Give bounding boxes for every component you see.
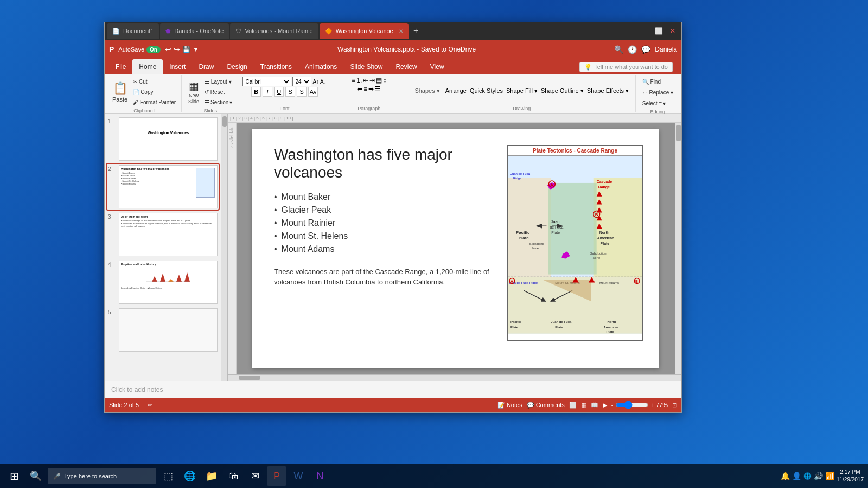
- arrange-button[interactable]: Arrange: [445, 87, 467, 94]
- canvas-scrollbar-bottom[interactable]: [228, 374, 681, 381]
- underline-button[interactable]: U: [274, 87, 284, 97]
- new-tab-button[interactable]: +: [410, 24, 423, 37]
- italic-button[interactable]: I: [263, 87, 272, 97]
- tab-washington[interactable]: 🔶 Washington Volcanoe ✕: [320, 23, 409, 39]
- canvas-scrollbar-right[interactable]: [675, 123, 681, 374]
- save-button[interactable]: 💾: [182, 46, 190, 53]
- list-button[interactable]: ≡: [352, 77, 355, 84]
- shadow-button[interactable]: S: [297, 87, 307, 97]
- ribbon-tab-view[interactable]: View: [424, 59, 451, 74]
- comments-icon[interactable]: 💬: [641, 45, 650, 54]
- shape-outline-button[interactable]: Shape Outline ▾: [541, 87, 584, 94]
- columns-button[interactable]: ▤: [376, 77, 382, 84]
- task-search[interactable]: 🔍: [26, 466, 46, 486]
- layout-button[interactable]: ☰ Layout ▾: [202, 77, 234, 86]
- reset-button[interactable]: ↺ Reset: [202, 87, 234, 97]
- redo-button[interactable]: ↪: [174, 45, 180, 54]
- zoom-out-button[interactable]: -: [611, 402, 614, 408]
- tab-onenote[interactable]: ⬟ Daniela - OneNote: [160, 23, 229, 39]
- font-family-select[interactable]: Calibri: [242, 77, 291, 86]
- user-icon[interactable]: 👤: [792, 472, 801, 480]
- strikethrough-button[interactable]: S: [285, 87, 295, 97]
- volume-icon[interactable]: 🔊: [814, 472, 823, 480]
- slide-thumb-1[interactable]: 1 Washington Volcanoes: [107, 116, 219, 162]
- close-button[interactable]: ✕: [666, 24, 679, 37]
- line-spacing-button[interactable]: ↕: [383, 77, 386, 84]
- align-center-button[interactable]: ≡: [363, 85, 367, 93]
- slide-thumb-4[interactable]: 4 Eruption and Lahar History: [107, 259, 219, 305]
- replace-button[interactable]: ↔ Replace ▾: [640, 87, 675, 97]
- word-icon[interactable]: W: [289, 466, 308, 486]
- canvas-scrollbar-thumb[interactable]: [676, 125, 681, 141]
- edit-icon[interactable]: ✏: [148, 402, 152, 409]
- align-right-button[interactable]: ➡: [368, 85, 374, 93]
- fit-slide-button[interactable]: ⊡: [672, 402, 677, 409]
- tab-volcano-rainie[interactable]: 🛡 Volcanoes - Mount Rainie: [230, 23, 318, 39]
- notes-bar[interactable]: Click to add notes: [105, 381, 681, 398]
- shape-fill-button[interactable]: Shape Fill ▾: [506, 87, 538, 94]
- language-icon[interactable]: 🌐: [803, 472, 812, 480]
- minimize-button[interactable]: —: [638, 24, 651, 37]
- zoom-in-button[interactable]: +: [650, 402, 654, 408]
- store-icon[interactable]: 🛍: [224, 466, 243, 486]
- ribbon-tab-slideshow[interactable]: Slide Show: [343, 59, 389, 74]
- cut-button[interactable]: ✂ Cut: [131, 77, 178, 86]
- indent-less-button[interactable]: ⇤: [363, 77, 368, 84]
- file-explorer-icon[interactable]: 📁: [202, 466, 221, 486]
- select-button[interactable]: Select = ▾: [640, 98, 668, 108]
- taskbar-search-box[interactable]: 🎤 Type here to search: [48, 468, 156, 484]
- tell-me-bar[interactable]: 💡 Tell me what you want to do: [579, 62, 673, 72]
- indent-more-button[interactable]: ⇥: [369, 77, 375, 84]
- search-user-icon[interactable]: 🔍: [614, 45, 623, 54]
- font-size-select[interactable]: 24: [292, 77, 311, 86]
- slide-thumb-5[interactable]: 5: [107, 307, 219, 353]
- ribbon-tab-home[interactable]: Home: [132, 59, 163, 74]
- tab-document1[interactable]: 📄 Document1: [107, 23, 159, 39]
- align-left-button[interactable]: ⬅: [357, 85, 362, 93]
- undo-button[interactable]: ↩: [165, 45, 171, 54]
- powerpoint-icon[interactable]: P: [267, 466, 286, 486]
- paste-button[interactable]: 📋 Paste: [110, 80, 130, 104]
- ordered-list-button[interactable]: 1.: [356, 77, 362, 84]
- onenote-taskbar-icon[interactable]: N: [310, 466, 330, 486]
- mail-icon[interactable]: ✉: [245, 466, 265, 486]
- quick-styles-button[interactable]: Quick Styles: [470, 87, 503, 94]
- ribbon-tab-draw[interactable]: Draw: [192, 59, 220, 74]
- tab-washington-close[interactable]: ✕: [399, 28, 403, 34]
- bold-button[interactable]: B: [251, 87, 261, 97]
- autosave-toggle[interactable]: On: [146, 46, 161, 53]
- slide-thumb-2[interactable]: 2 Washington has five major volcanoes • …: [107, 164, 219, 210]
- notification-icon[interactable]: 🔔: [781, 472, 790, 480]
- ribbon-tab-review[interactable]: Review: [389, 59, 423, 74]
- ribbon-tab-animations[interactable]: Animations: [298, 59, 343, 74]
- find-button[interactable]: 🔍 Find: [640, 77, 663, 86]
- normal-view-button[interactable]: ⬜: [569, 402, 577, 409]
- edge-browser-icon[interactable]: 🌐: [180, 466, 200, 486]
- new-slide-button[interactable]: ▦ New Slide: [186, 78, 201, 105]
- reading-view-button[interactable]: 📖: [591, 402, 598, 409]
- ribbon-tab-design[interactable]: Design: [220, 59, 253, 74]
- slide-sorter-button[interactable]: ▦: [581, 402, 586, 409]
- slideshow-button[interactable]: ▶: [603, 402, 607, 409]
- slide-background[interactable]: Washington has five major volcanoes Moun…: [237, 123, 675, 374]
- ribbon-tab-transitions[interactable]: Transitions: [254, 59, 298, 74]
- notes-status-button[interactable]: 📝 Notes: [497, 402, 522, 409]
- slide-canvas[interactable]: Washington has five major volcanoes Moun…: [252, 129, 659, 368]
- decrease-font-button[interactable]: A↓: [320, 79, 327, 85]
- comments-status-button[interactable]: 💬 Comments: [527, 402, 565, 409]
- slide-thumb-3[interactable]: 3 All of them are active • All of these …: [107, 212, 219, 257]
- justify-button[interactable]: ☰: [375, 85, 381, 93]
- shape-effects-button[interactable]: Shape Effects ▾: [587, 87, 629, 94]
- ribbon-tab-file[interactable]: File: [109, 59, 132, 74]
- section-button[interactable]: ☰ Section ▾: [202, 97, 234, 107]
- maximize-button[interactable]: ⬜: [652, 24, 665, 37]
- zoom-slider[interactable]: [616, 403, 648, 407]
- network-icon[interactable]: 📶: [825, 472, 834, 480]
- horizontal-scrollbar-thumb[interactable]: [239, 376, 260, 380]
- format-painter-button[interactable]: 🖌 Format Painter: [131, 97, 178, 107]
- start-button[interactable]: ⊞: [4, 466, 24, 486]
- task-view-button[interactable]: ⬚: [158, 466, 178, 486]
- customize-button[interactable]: ▼: [193, 46, 199, 53]
- slide-panel-scrollbar[interactable]: [221, 114, 228, 381]
- scrollbar-thumb-up[interactable]: [222, 116, 227, 127]
